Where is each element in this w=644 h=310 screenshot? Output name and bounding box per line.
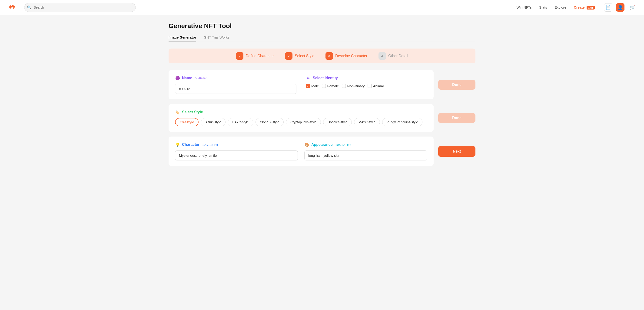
- tab-image-generator[interactable]: Image Generator: [168, 35, 196, 42]
- search-input[interactable]: [24, 3, 136, 12]
- nav-stats[interactable]: Stats: [539, 5, 547, 9]
- appearance-input[interactable]: [304, 151, 427, 160]
- page-title: Generative NFT Tool: [168, 22, 476, 30]
- style-done-col: Done: [438, 104, 476, 132]
- identity-nonbinary[interactable]: Non-Binary: [342, 84, 365, 88]
- step-3-label: Describe Character: [335, 54, 367, 58]
- style-doodles[interactable]: Doodles-style: [323, 118, 352, 126]
- name-identity-row: 🟣 Name 58/64 left ∞ Select Identity ✓: [175, 75, 427, 94]
- style-azuki[interactable]: Azuki-style: [201, 118, 226, 126]
- style-options: Freestyle Azuki-style BAYC-style Clone X…: [175, 118, 427, 126]
- next-col: Next: [438, 137, 476, 166]
- char-appear-card: 💡 Character 103/128 left 🎨 Appearance 10…: [168, 137, 434, 166]
- gnt-badge: GNT: [586, 6, 595, 9]
- style-icon: 🏷️: [175, 110, 180, 115]
- character-header: 💡 Character 103/128 left: [175, 142, 298, 147]
- step-4-label: Other Detail: [388, 54, 408, 58]
- cart-icon-btn[interactable]: 🛒: [628, 3, 636, 12]
- step-2-icon: ✓: [285, 52, 292, 60]
- character-col: 💡 Character 103/128 left: [175, 142, 298, 160]
- name-header: 🟣 Name 58/64 left: [175, 75, 296, 81]
- character-icon: 💡: [175, 142, 180, 147]
- name-input[interactable]: [175, 84, 296, 94]
- style-cryptopunks[interactable]: Cryptopunks-style: [286, 118, 321, 126]
- name-identity-card: 🟣 Name 58/64 left ∞ Select Identity ✓: [168, 70, 434, 99]
- step-4-icon: 4: [378, 52, 386, 60]
- char-appear-row: 💡 Character 103/128 left 🎨 Appearance 10…: [175, 142, 427, 160]
- step-4[interactable]: 4 Other Detail: [378, 52, 408, 60]
- main-content: Generative NFT Tool Image Generator GNT …: [159, 15, 485, 178]
- search-icon: 🔍: [27, 5, 32, 9]
- step-2-label: Select Style: [295, 54, 314, 58]
- step-2[interactable]: ✓ Select Style: [285, 52, 314, 60]
- svg-rect-0: [8, 2, 17, 12]
- character-input[interactable]: [175, 151, 298, 160]
- style-mayc[interactable]: MAYC-style: [354, 118, 380, 126]
- appearance-col: 🎨 Appearance 106/128 left: [304, 142, 427, 160]
- name-icon: 🟣: [175, 75, 180, 81]
- tab-bar: Image Generator GNT Trial Works: [168, 35, 476, 42]
- identity-animal[interactable]: Animal: [368, 84, 384, 88]
- identity-male[interactable]: ✓ Male: [306, 84, 319, 88]
- style-section: 🏷️ Select Style Freestyle Azuki-style BA…: [168, 104, 476, 132]
- checkbox-male[interactable]: ✓: [306, 84, 310, 88]
- appearance-icon: 🎨: [304, 142, 310, 147]
- name-identity-section: 🟣 Name 58/64 left ∞ Select Identity ✓: [168, 70, 476, 99]
- style-freestyle[interactable]: Freestyle: [175, 118, 198, 126]
- step-1-icon: ✓: [236, 52, 244, 60]
- style-pudgy[interactable]: Pudgy Penguins-style: [382, 118, 422, 126]
- style-clonex[interactable]: Clone X-style: [256, 118, 284, 126]
- character-count: 103/128 left: [202, 143, 218, 147]
- step-3-icon: 3: [326, 52, 333, 60]
- checkbox-animal[interactable]: [368, 84, 372, 88]
- name-done-col: Done: [438, 70, 476, 99]
- step-1-label: Define Character: [246, 54, 274, 58]
- tab-gnt-trial[interactable]: GNT Trial Works: [204, 35, 229, 42]
- steps-progress: ✓ Define Character ✓ Select Style 3 Desc…: [168, 48, 476, 63]
- step-3[interactable]: 3 Describe Character: [326, 52, 367, 60]
- nav-icons: 📄 👤 🛒: [604, 3, 636, 12]
- identity-icon: ∞: [306, 75, 311, 81]
- identity-female[interactable]: Female: [322, 84, 339, 88]
- checkbox-female[interactable]: [322, 84, 326, 88]
- name-count: 58/64 left: [195, 76, 208, 80]
- appearance-count: 106/128 left: [336, 143, 351, 147]
- char-appear-section: 💡 Character 103/128 left 🎨 Appearance 10…: [168, 137, 476, 166]
- nav-explore[interactable]: Explore: [554, 5, 566, 9]
- name-col: 🟣 Name 58/64 left: [175, 75, 296, 94]
- identity-col: ∞ Select Identity ✓ Male Female: [306, 75, 427, 88]
- document-icon-btn[interactable]: 📄: [604, 3, 612, 12]
- nav-create[interactable]: Create GNT: [574, 5, 595, 9]
- logo[interactable]: [8, 2, 17, 12]
- name-done-button[interactable]: Done: [438, 80, 476, 90]
- checkbox-nonbinary[interactable]: [342, 84, 346, 88]
- nav-links: Win NFTs Stats Explore Create GNT: [516, 5, 595, 9]
- style-card: 🏷️ Select Style Freestyle Azuki-style BA…: [168, 104, 434, 132]
- appearance-header: 🎨 Appearance 106/128 left: [304, 142, 427, 147]
- user-icon-btn[interactable]: 👤: [616, 3, 624, 12]
- style-done-button[interactable]: Done: [438, 113, 476, 123]
- identity-options: ✓ Male Female Non-Binary: [306, 84, 427, 88]
- next-button[interactable]: Next: [438, 146, 476, 157]
- identity-header: ∞ Select Identity: [306, 75, 427, 81]
- nav-win-nfts[interactable]: Win NFTs: [516, 5, 532, 9]
- navbar: 🔍 Win NFTs Stats Explore Create GNT 📄 👤 …: [0, 0, 644, 15]
- step-1[interactable]: ✓ Define Character: [236, 52, 274, 60]
- style-bayc[interactable]: BAYC-style: [228, 118, 253, 126]
- search-container: 🔍: [24, 3, 136, 12]
- style-header: 🏷️ Select Style: [175, 110, 427, 115]
